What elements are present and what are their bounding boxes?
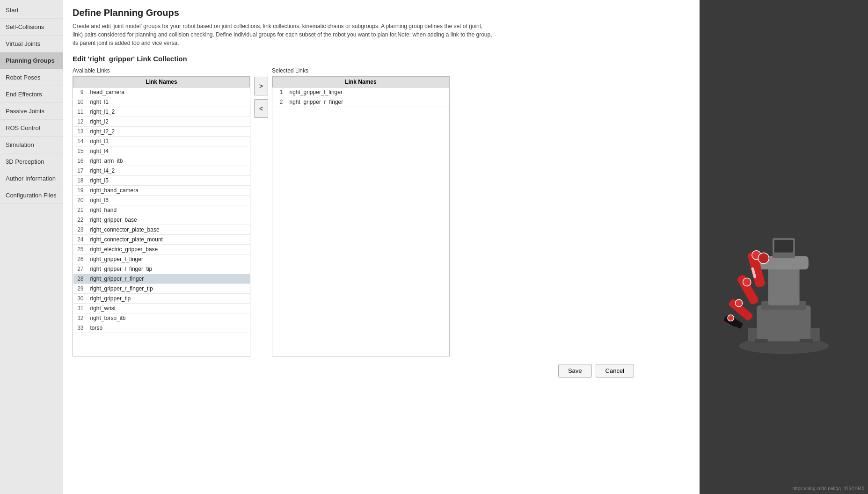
svg-rect-4 bbox=[811, 328, 820, 341]
table-row[interactable]: 17right_l4_2 bbox=[73, 166, 250, 176]
table-row[interactable]: 30right_gripper_tip bbox=[73, 294, 250, 304]
table-row[interactable]: 18right_l5 bbox=[73, 176, 250, 186]
row-num: 33 bbox=[73, 323, 88, 333]
row-link-name: right_hand_camera bbox=[88, 186, 250, 196]
row-link-name: right_l5 bbox=[88, 176, 250, 186]
row-num: 28 bbox=[73, 274, 88, 284]
table-row[interactable]: 1right_gripper_l_finger bbox=[273, 87, 449, 97]
row-link-name: right_gripper_l_finger bbox=[88, 254, 250, 264]
page-title: Define Planning Groups bbox=[73, 7, 690, 18]
table-row[interactable]: 32right_torso_itb bbox=[73, 313, 250, 323]
table-row[interactable]: 21right_hand bbox=[73, 205, 250, 215]
table-row[interactable]: 33torso bbox=[73, 323, 250, 333]
available-col-header: Link Names bbox=[73, 77, 250, 87]
robot-canvas bbox=[700, 0, 868, 494]
selected-links-table-container[interactable]: Link Names 1right_gripper_l_finger2right… bbox=[272, 76, 450, 356]
row-link-name: right_connector_plate_base bbox=[88, 225, 250, 235]
svg-rect-3 bbox=[748, 328, 757, 341]
table-row[interactable]: 15right_l4 bbox=[73, 146, 250, 156]
row-num: 16 bbox=[73, 156, 88, 166]
table-row[interactable]: 29right_gripper_r_finger_tip bbox=[73, 284, 250, 294]
add-button[interactable]: > bbox=[254, 77, 268, 95]
table-row[interactable]: 2right_gripper_r_finger bbox=[273, 97, 449, 107]
row-num: 2 bbox=[273, 97, 287, 107]
row-link-name: right_gripper_r_finger bbox=[88, 274, 250, 284]
row-num: 27 bbox=[73, 264, 88, 274]
row-num: 22 bbox=[73, 215, 88, 225]
row-link-name: right_l1_2 bbox=[88, 107, 250, 117]
robot-svg bbox=[718, 135, 849, 359]
table-row[interactable]: 22right_gripper_base bbox=[73, 215, 250, 225]
row-link-name: right_arm_itb bbox=[88, 156, 250, 166]
cancel-button[interactable]: Cancel bbox=[596, 364, 634, 378]
row-link-name: right_gripper_r_finger_tip bbox=[88, 284, 250, 294]
svg-rect-5 bbox=[755, 339, 768, 343]
sidebar-item-ros-control[interactable]: ROS Control bbox=[0, 120, 63, 137]
row-link-name: right_connector_plate_mount bbox=[88, 235, 250, 245]
table-row[interactable]: 28right_gripper_r_finger bbox=[73, 274, 250, 284]
sidebar-item-planning-groups[interactable]: Planning Groups bbox=[0, 52, 63, 69]
table-row[interactable]: 23right_connector_plate_base bbox=[73, 225, 250, 235]
row-num: 13 bbox=[73, 127, 88, 137]
description: Create and edit 'joint model' groups for… bbox=[73, 22, 494, 47]
row-num: 15 bbox=[73, 146, 88, 156]
table-row[interactable]: 24right_connector_plate_mount bbox=[73, 235, 250, 245]
table-row[interactable]: 25right_electric_gripper_base bbox=[73, 245, 250, 254]
table-row[interactable]: 27right_gripper_l_finger_tip bbox=[73, 264, 250, 274]
svg-point-17 bbox=[743, 278, 751, 286]
remove-button[interactable]: < bbox=[254, 99, 268, 118]
row-link-name: right_gripper_base bbox=[88, 215, 250, 225]
row-link-name: right_l2_2 bbox=[88, 127, 250, 137]
table-row[interactable]: 20right_l6 bbox=[73, 196, 250, 205]
table-row[interactable]: 11right_l1_2 bbox=[73, 107, 250, 117]
sidebar-item-end-effectors[interactable]: End Effectors bbox=[0, 86, 63, 103]
row-link-name: right_l3 bbox=[88, 137, 250, 146]
bottom-buttons: Save Cancel bbox=[73, 364, 690, 378]
sidebar-item-virtual-joints[interactable]: Virtual Joints bbox=[0, 36, 63, 52]
svg-point-18 bbox=[735, 299, 742, 306]
row-num: 12 bbox=[73, 117, 88, 127]
table-row[interactable]: 10right_l1 bbox=[73, 97, 250, 107]
row-link-name: right_electric_gripper_base bbox=[88, 245, 250, 254]
row-num: 23 bbox=[73, 225, 88, 235]
table-row[interactable]: 12right_l2 bbox=[73, 117, 250, 127]
row-num: 29 bbox=[73, 284, 88, 294]
sidebar-item-3d-perception[interactable]: 3D Perception bbox=[0, 153, 63, 170]
sidebar-item-passive-joints[interactable]: Passive Joints bbox=[0, 103, 63, 120]
row-link-name: right_gripper_r_finger bbox=[287, 97, 449, 107]
sidebar-item-configuration-files[interactable]: Configuration Files bbox=[0, 187, 63, 204]
sidebar-item-simulation[interactable]: Simulation bbox=[0, 137, 63, 153]
save-button[interactable]: Save bbox=[558, 364, 592, 378]
row-num: 11 bbox=[73, 107, 88, 117]
svg-rect-6 bbox=[800, 339, 813, 343]
sidebar-item-robot-poses[interactable]: Robot Poses bbox=[0, 69, 63, 86]
row-num: 9 bbox=[73, 87, 88, 97]
table-row[interactable]: 26right_gripper_l_finger bbox=[73, 254, 250, 264]
selected-links-table: Link Names 1right_gripper_l_finger2right… bbox=[272, 76, 449, 107]
table-row[interactable]: 31right_wrist bbox=[73, 304, 250, 313]
section-title: Edit 'right_gripper' Link Collection bbox=[73, 55, 690, 63]
available-links-table-container[interactable]: Link Names 9head_camera10right_l111right… bbox=[73, 76, 250, 356]
table-row[interactable]: 16right_arm_itb bbox=[73, 156, 250, 166]
available-links-label: Available Links bbox=[73, 67, 250, 74]
row-num: 18 bbox=[73, 176, 88, 186]
row-link-name: right_l4 bbox=[88, 146, 250, 156]
row-num: 21 bbox=[73, 205, 88, 215]
table-row[interactable]: 14right_l3 bbox=[73, 137, 250, 146]
row-num: 14 bbox=[73, 137, 88, 146]
table-row[interactable]: 9head_camera bbox=[73, 87, 250, 97]
row-link-name: right_gripper_tip bbox=[88, 294, 250, 304]
sidebar-item-start[interactable]: Start bbox=[0, 2, 63, 19]
row-num: 17 bbox=[73, 166, 88, 176]
row-num: 24 bbox=[73, 235, 88, 245]
available-links-table: Link Names 9head_camera10right_l111right… bbox=[73, 76, 250, 333]
sidebar-item-self-collisions[interactable]: Self-Collisions bbox=[0, 19, 63, 36]
row-num: 20 bbox=[73, 196, 88, 205]
svg-rect-10 bbox=[774, 240, 794, 253]
row-link-name: right_gripper_l_finger_tip bbox=[88, 264, 250, 274]
selected-links-panel: Selected Links Link Names 1right_gripper… bbox=[272, 67, 450, 356]
row-num: 31 bbox=[73, 304, 88, 313]
table-row[interactable]: 19right_hand_camera bbox=[73, 186, 250, 196]
table-row[interactable]: 13right_l2_2 bbox=[73, 127, 250, 137]
sidebar-item-author-information[interactable]: Author Information bbox=[0, 170, 63, 187]
